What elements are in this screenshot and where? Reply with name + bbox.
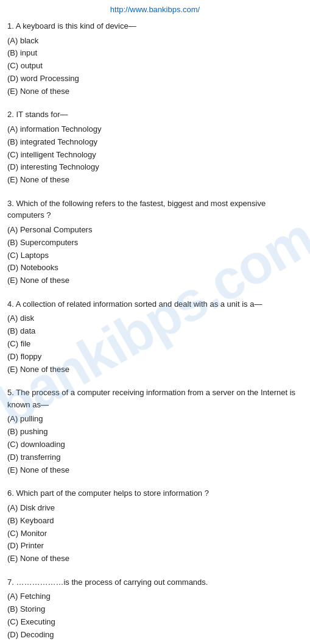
option-1-2: (B) input [7,47,303,60]
option-7-5: (E) None of these [7,642,303,644]
option-7-1: (A) Fetching [7,590,303,603]
question-text-6: 6. Which part of the computer helps to s… [7,487,303,499]
question-text-5: 5. The process of a computer receiving i… [7,387,303,410]
option-3-4: (D) Notebooks [7,262,303,274]
option-2-4: (D) interesting Technology [7,161,303,174]
option-4-3: (C) file [7,338,303,351]
option-1-3: (C) output [7,60,303,73]
option-2-5: (E) None of these [7,174,303,187]
question-block-1: 1. A keyboard is this kind of device—(A)… [7,20,303,98]
option-2-1: (A) information Technology [7,123,303,136]
option-7-2: (B) Storing [7,603,303,616]
option-3-2: (B) Supercomputers [7,237,303,249]
option-6-1: (A) Disk drive [7,502,303,515]
option-4-5: (E) None of these [7,363,303,376]
option-4-2: (B) data [7,325,303,338]
question-text-7: 7. ………………is the process of carrying out … [7,576,303,589]
option-6-5: (E) None of these [7,553,303,565]
option-6-2: (B) Keyboard [7,515,303,528]
option-5-1: (A) pulling [7,413,303,426]
question-block-6: 6. Which part of the computer helps to s… [7,487,303,565]
option-2-2: (B) integrated Technology [7,136,303,149]
option-6-3: (C) Monitor [7,528,303,540]
option-5-4: (D) transferring [7,451,303,464]
question-text-4: 4. A collection of related information s… [7,298,303,310]
site-url[interactable]: http://www.bankibps.com/ [7,5,303,14]
option-3-3: (C) Laptops [7,249,303,262]
option-7-3: (C) Executing [7,616,303,629]
option-7-4: (D) Decoding [7,629,303,642]
option-5-2: (B) pushing [7,426,303,438]
question-block-3: 3. Which of the following refers to the … [7,198,303,287]
question-block-2: 2. IT stands for—(A) information Technol… [7,109,303,186]
option-6-4: (D) Printer [7,540,303,553]
option-5-3: (C) downloading [7,438,303,451]
question-text-1: 1. A keyboard is this kind of device— [7,20,303,32]
questions-container: 1. A keyboard is this kind of device—(A)… [7,20,303,644]
option-2-3: (C) intelligent Technology [7,149,303,162]
question-block-4: 4. A collection of related information s… [7,298,303,376]
question-text-2: 2. IT stands for— [7,109,303,121]
option-1-4: (D) word Processing [7,73,303,85]
option-4-4: (D) floppy [7,351,303,363]
option-1-1: (A) black [7,35,303,48]
option-4-1: (A) disk [7,312,303,325]
option-3-5: (E) None of these [7,274,303,287]
option-5-5: (E) None of these [7,464,303,477]
option-1-5: (E) None of these [7,85,303,98]
question-block-5: 5. The process of a computer receiving i… [7,387,303,476]
question-block-7: 7. ………………is the process of carrying out … [7,576,303,644]
question-text-3: 3. Which of the following refers to the … [7,198,303,221]
option-3-1: (A) Personal Computers [7,224,303,237]
